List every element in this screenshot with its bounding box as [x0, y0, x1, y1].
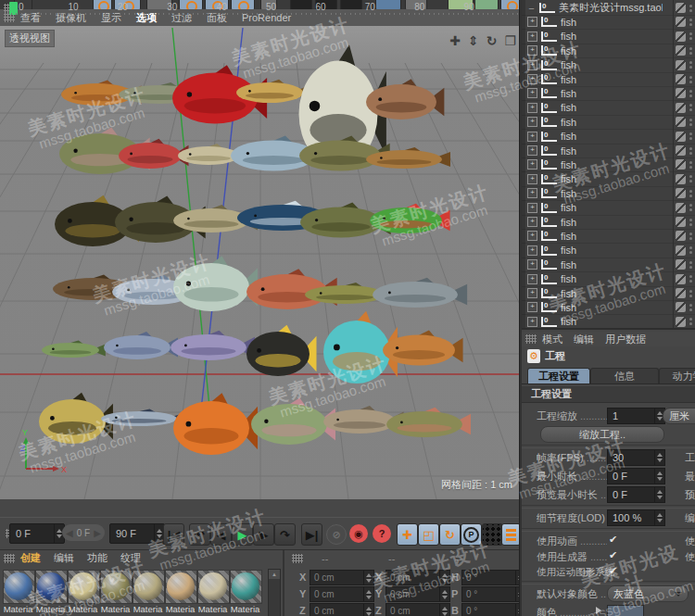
scale-project-button[interactable]: 缩放工程.. — [540, 426, 664, 443]
prev-key-button[interactable]: ↶ — [189, 523, 210, 546]
expand-icon[interactable]: + — [527, 174, 537, 184]
preview-min-input[interactable]: 0 F — [607, 486, 665, 503]
fish-clownfish[interactable] — [246, 325, 316, 376]
table-row[interactable]: +0fish — [522, 72, 695, 87]
fish-minnow[interactable] — [42, 341, 106, 358]
section-header[interactable]: 工程设置 — [522, 386, 695, 403]
visibility-dots-icon[interactable] — [689, 318, 692, 325]
layer-stripe-icon[interactable] — [676, 117, 686, 127]
object-label-fish[interactable]: fish — [561, 88, 576, 99]
object-label-fish[interactable]: fish — [561, 231, 576, 242]
checkbox-checked[interactable]: ✔ — [609, 565, 617, 577]
table-row[interactable]: +0fish — [522, 157, 695, 172]
table-row[interactable]: +0fish — [522, 215, 695, 230]
table-row[interactable]: +0fish — [522, 244, 695, 258]
layer-stripe-icon[interactable] — [676, 245, 686, 256]
material-thumbnail[interactable] — [68, 570, 100, 604]
table-row[interactable]: +0fish — [522, 115, 695, 130]
drag-handle-icon[interactable] — [4, 554, 15, 563]
expand-icon[interactable]: + — [527, 88, 537, 98]
fish-flowerhorn[interactable] — [251, 397, 335, 445]
fish-ranchu-goldfish[interactable] — [173, 393, 258, 455]
expand-icon[interactable]: + — [527, 217, 537, 227]
visibility-dots-icon[interactable] — [689, 219, 692, 226]
tab-dynamics[interactable]: 动力学 — [659, 368, 695, 384]
visibility-dots-icon[interactable] — [689, 246, 692, 254]
expand-icon[interactable]: + — [527, 103, 537, 113]
visibility-dots-icon[interactable] — [689, 132, 692, 140]
object-label-fish[interactable]: fish — [561, 173, 576, 184]
material-thumbnail[interactable] — [100, 570, 133, 604]
layer-stripe-icon[interactable] — [676, 60, 686, 70]
table-row[interactable]: +0fish — [522, 58, 695, 73]
fish-barracuda[interactable] — [101, 409, 185, 426]
toolbar-icon[interactable] — [93, 0, 112, 9]
visibility-dots-icon[interactable] — [689, 233, 692, 240]
expand-icon[interactable]: + — [527, 274, 537, 284]
default-color-dropdown[interactable]: 灰蓝色 — [607, 585, 689, 602]
end-frame-field[interactable]: 90 F — [109, 523, 165, 544]
move-tool-button[interactable]: ✚ — [397, 523, 418, 546]
object-label-fish[interactable]: fish — [561, 59, 576, 70]
next-frame-button[interactable]: ▶ — [253, 523, 274, 546]
zoom-icon[interactable]: ⇕ — [468, 33, 479, 48]
visibility-dots-icon[interactable] — [689, 19, 692, 26]
material-menu-创建[interactable]: 创建 — [20, 551, 41, 565]
coord-mode-size[interactable]: -- — [388, 553, 395, 564]
attr-menu-编辑[interactable]: 编辑 — [574, 333, 594, 346]
table-row[interactable]: +0fish — [522, 101, 695, 116]
object-label-fish[interactable]: fish — [561, 288, 576, 299]
table-row[interactable]: +0fish — [522, 300, 695, 315]
layer-stripe-icon[interactable] — [676, 274, 686, 284]
scale-tool-button[interactable]: ◰ — [418, 523, 439, 546]
layer-stripe-icon[interactable] — [676, 3, 686, 13]
record-button[interactable]: ◉ — [349, 524, 368, 543]
object-label-fish[interactable]: fish — [561, 117, 576, 128]
table-row[interactable]: +0fish — [522, 144, 695, 158]
object-label-fish[interactable]: fish — [561, 45, 576, 57]
visibility-dots-icon[interactable] — [689, 104, 692, 111]
project-scale-input[interactable]: 1 — [607, 408, 665, 424]
visibility-dots-icon[interactable] — [689, 147, 692, 155]
unit-dropdown[interactable]: 厘米 — [663, 408, 695, 424]
expand-icon[interactable]: + — [527, 231, 537, 241]
object-label-fish[interactable]: fish — [561, 273, 576, 284]
object-manager[interactable]: −0美素时光设计mssg.taobao.com+0fish+0fish+0fis… — [522, 0, 695, 328]
object-label-fish[interactable]: fish — [561, 259, 576, 270]
layer-stripe-icon[interactable] — [676, 231, 686, 241]
perspective-viewport[interactable]: YZX 透视视图 ✚ ⇕ ↻ ❐ 网格间距 : 1 cm — [0, 26, 522, 499]
tab-project-settings[interactable]: 工程设置 — [527, 368, 590, 384]
object-label-fish[interactable]: fish — [561, 202, 576, 213]
table-row[interactable]: +0fish — [522, 286, 695, 301]
toolbar-icon[interactable] — [231, 0, 255, 9]
object-label-fish[interactable]: fish — [561, 31, 576, 42]
expand-icon[interactable]: + — [527, 317, 537, 327]
rotate-tool-button[interactable]: ↻ — [439, 523, 461, 546]
object-label-fish[interactable]: fish — [561, 145, 576, 157]
table-row[interactable]: −0美素时光设计mssg.taobao.com — [522, 1, 695, 16]
layer-stripe-icon[interactable] — [676, 317, 686, 327]
material-thumbnail[interactable] — [133, 570, 165, 604]
table-row[interactable]: +0fish — [522, 44, 695, 58]
layer-stripe-icon[interactable] — [676, 145, 686, 156]
drag-handle-icon[interactable] — [525, 334, 537, 344]
layer-stripe-icon[interactable] — [676, 31, 686, 42]
visibility-dots-icon[interactable] — [689, 90, 692, 97]
visibility-dots-icon[interactable] — [689, 5, 692, 12]
material-thumbnail[interactable] — [197, 570, 230, 604]
size-y-field[interactable]: 0 cm — [385, 586, 450, 602]
toolbar-icon[interactable] — [179, 0, 203, 9]
visibility-dots-icon[interactable] — [689, 32, 692, 40]
toolbar-icon[interactable] — [290, 0, 312, 9]
expand-icon[interactable]: + — [527, 117, 537, 127]
object-label-fish[interactable]: fish — [561, 302, 576, 313]
material-thumbnail[interactable] — [35, 570, 68, 604]
maximize-icon[interactable]: ❐ — [504, 33, 516, 48]
table-row[interactable]: +0fish — [522, 258, 695, 272]
layer-stripe-icon[interactable] — [676, 174, 686, 184]
layer-stripe-icon[interactable] — [676, 132, 686, 142]
object-label-fish[interactable]: fish — [561, 159, 576, 170]
start-frame-field[interactable]: 0 F — [9, 523, 65, 544]
visibility-dots-icon[interactable] — [689, 161, 692, 169]
table-row[interactable]: +0fish — [522, 201, 695, 216]
